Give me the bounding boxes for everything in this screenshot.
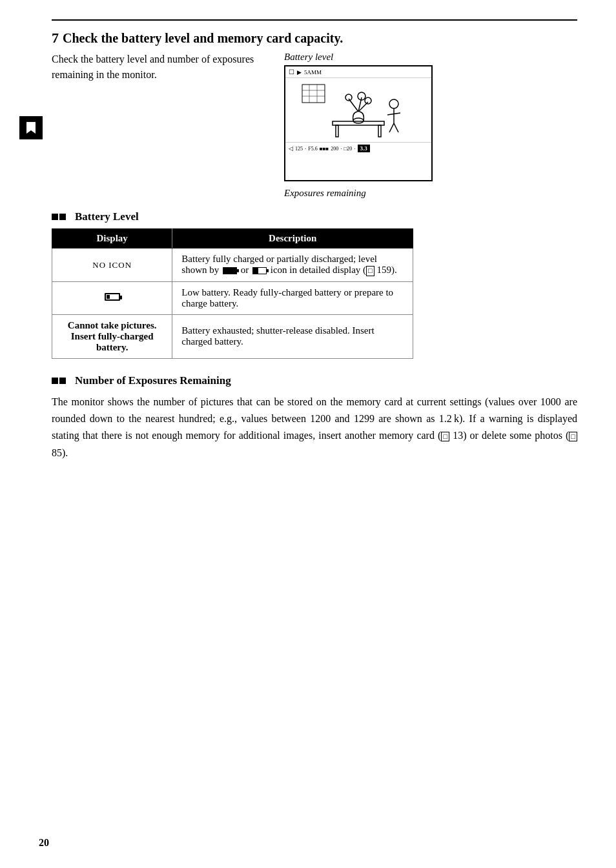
table-header-description: Description	[172, 229, 413, 248]
monitor-status-left: ◁	[289, 145, 293, 152]
monitor-image-area	[285, 78, 431, 143]
sq3	[52, 378, 58, 384]
table-cell-display-1: NO ICON	[52, 248, 172, 281]
exposures-section-title: Number of Exposures Remaining	[75, 374, 231, 387]
exposures-section-icon	[52, 378, 66, 384]
content-row: Check the battery level and number of ex…	[52, 52, 577, 199]
table-row-3: Cannot take pictures.Insert fully-charge…	[52, 314, 413, 358]
ref-13: □	[441, 432, 449, 441]
table-row-1: NO ICON Battery fully charged or partial…	[52, 248, 413, 281]
battery-partial-icon	[252, 267, 267, 274]
monitor-scene-svg	[300, 79, 416, 141]
monitor-icon1: ☐	[289, 68, 294, 76]
battery-level-label: Battery level	[284, 52, 333, 63]
cannot-take-pictures-text: Cannot take pictures.Insert fully-charge…	[68, 320, 157, 352]
bookmark-svg	[24, 121, 38, 135]
table-cell-desc-3: Battery exhausted; shutter-release disab…	[172, 314, 413, 358]
right-diagram: Battery level ☐ ▶ 5AMM	[284, 52, 577, 199]
monitor-status-sep4: ·	[354, 145, 355, 152]
sq1	[52, 214, 58, 220]
exposures-section-header: Number of Exposures Remaining	[52, 374, 577, 387]
sq2	[59, 214, 66, 220]
monitor-status-sep3: ·	[340, 145, 342, 152]
table-cell-display-3: Cannot take pictures.Insert fully-charge…	[52, 314, 172, 358]
ref-159: □	[366, 266, 375, 276]
table-cell-desc-2: Low battery. Ready fully-charged battery…	[172, 281, 413, 314]
battery-level-section-header: Battery Level	[52, 210, 577, 223]
monitor-bottom-bar: ◁ 125 · F5.6 ■■■ 200 · □20 · 3.3	[285, 143, 431, 154]
monitor-status-aperture: F5.6	[308, 146, 317, 152]
page-number: 20	[39, 837, 49, 849]
monitor-status-sep2: ■■■	[320, 146, 329, 152]
monitor-status-sep1: ·	[305, 145, 306, 152]
sq4	[59, 378, 66, 384]
exposures-section: Number of Exposures Remaining The monito…	[52, 374, 577, 462]
monitor-icon2: ▶	[297, 69, 302, 76]
table-row-2: Low battery. Ready fully-charged battery…	[52, 281, 413, 314]
ref-85: □	[569, 432, 577, 441]
battery-table: Display Description NO ICON Battery full…	[52, 228, 413, 358]
monitor-text1: 5AMM	[304, 69, 322, 76]
step-number: 7	[52, 30, 59, 46]
table-cell-display-2	[52, 281, 172, 314]
battery-full-icon	[223, 267, 237, 274]
step-title: Check the battery level and memory card …	[63, 30, 343, 46]
exposures-body-text: The monitor shows the number of pictures…	[52, 394, 577, 462]
step-header: 7 Check the battery level and memory car…	[52, 30, 577, 46]
monitor-battery-count: 3.3	[358, 145, 370, 152]
monitor-status-iso: 125	[295, 146, 303, 152]
page: 7 Check the battery level and memory car…	[0, 0, 616, 868]
camera-monitor: ☐ ▶ 5AMM	[284, 65, 433, 181]
monitor-top-bar: ☐ ▶ 5AMM	[285, 66, 431, 78]
step-body-text: Check the battery level and number of ex…	[52, 52, 271, 83]
no-icon-label: NO ICON	[92, 260, 132, 270]
battery-section-icon	[52, 214, 66, 220]
table-header-display: Display	[52, 229, 172, 248]
bookmark-icon	[19, 116, 43, 139]
monitor-status-shutter: 200	[331, 146, 338, 152]
top-border	[52, 19, 577, 21]
exposures-remaining-label: Exposures remaining	[284, 188, 366, 199]
monitor-status-exp: □20	[344, 146, 352, 152]
battery-low-display-icon	[105, 293, 120, 301]
table-cell-desc-1: Battery fully charged or partially disch…	[172, 248, 413, 281]
battery-level-title: Battery Level	[75, 210, 139, 223]
